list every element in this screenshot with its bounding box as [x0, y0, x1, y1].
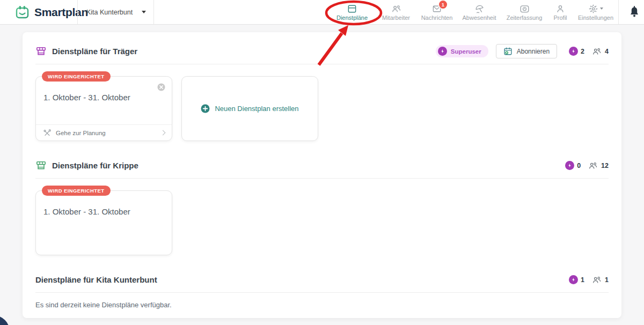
- nav-mitarbeiter[interactable]: Mitarbeiter: [376, 0, 416, 24]
- status-badge: WIRD EINGERICHTET: [42, 71, 111, 82]
- subscribe-button-label: Abonnieren: [517, 48, 550, 55]
- nav-nachrichten[interactable]: Nachrichten 1: [416, 0, 457, 24]
- people-group-icon: [591, 47, 602, 56]
- employee-count: 4: [591, 47, 609, 56]
- empty-state-text: Es sind derzeit keine Dienstpläne verfüg…: [35, 301, 609, 309]
- chat-widget-button[interactable]: [0, 315, 10, 325]
- storefront-icon: [35, 160, 47, 171]
- section-krippe-header: Dienstpläne für Krippe 0 12: [35, 160, 609, 171]
- employee-count-value: 1: [605, 276, 609, 284]
- time-tracking-icon: [519, 4, 530, 14]
- superuser-badge-label: Superuser: [451, 48, 481, 55]
- person-icon: [555, 4, 566, 14]
- notification-count-badge: 1: [439, 1, 447, 9]
- smartplan-calendar-icon: [15, 5, 30, 19]
- nav-profil[interactable]: Profil: [547, 0, 573, 24]
- nav-profil-label: Profil: [553, 15, 567, 21]
- status-badge: WIRD EINGERICHTET: [42, 186, 111, 196]
- dienstplan-card[interactable]: WIRD EINGERICHTET 1. Oktober - 31. Oktob…: [35, 190, 172, 255]
- people-group-icon: [391, 4, 402, 14]
- nav-einstellungen-label: Einstellungen: [578, 15, 613, 21]
- employee-count-value: 4: [605, 48, 609, 55]
- chevron-down-icon: [600, 8, 603, 10]
- employee-count-value: 12: [601, 162, 609, 169]
- nav-mitarbeiter-label: Mitarbeiter: [382, 15, 410, 21]
- plus-circle-icon: [201, 104, 210, 113]
- employee-count: 12: [588, 161, 609, 171]
- bell-icon: [628, 6, 640, 19]
- nav-abwesenheit[interactable]: Abwesenheit: [457, 0, 501, 24]
- admin-count-value: 2: [581, 48, 584, 55]
- schedule-board-icon: [347, 4, 357, 14]
- traeger-cards-row: WIRD EINGERICHTET 1. Oktober - 31. Oktob…: [35, 76, 609, 141]
- nav-zeiterfassung-label: Zeiterfassung: [507, 15, 543, 21]
- nav-zeiterfassung[interactable]: Zeiterfassung: [501, 0, 547, 24]
- tools-icon: [43, 129, 52, 137]
- admin-count: 1: [569, 275, 584, 284]
- admin-count-value: 1: [581, 276, 584, 284]
- section-title: Dienstpläne für Träger: [52, 47, 137, 56]
- chevron-right-icon: [160, 130, 166, 136]
- create-dienstplan-card[interactable]: Neuen Dienstplan erstellen: [181, 76, 318, 141]
- dienstplaene-panel: Dienstpläne für Träger Superuser: [23, 32, 621, 318]
- lightning-icon: [569, 47, 578, 56]
- krippe-cards-row: WIRD EINGERICHTET 1. Oktober - 31. Oktob…: [35, 190, 609, 255]
- superuser-badge: Superuser: [436, 45, 488, 57]
- create-dienstplan-label: Neuen Dienstplan erstellen: [215, 105, 298, 113]
- employee-count: 1: [591, 275, 609, 285]
- location-select[interactable]: Kita Kunterbunt: [77, 0, 154, 24]
- calendar-add-icon: [503, 47, 513, 56]
- storefront-icon: [35, 46, 47, 57]
- admin-count: 2: [569, 47, 584, 56]
- people-group-icon: [591, 275, 602, 285]
- dienstplan-card[interactable]: WIRD EINGERICHTET 1. Oktober - 31. Oktob…: [35, 76, 172, 141]
- admin-count-value: 0: [577, 162, 581, 169]
- lightning-icon: [569, 275, 578, 284]
- section-title: Dienstpläne für Krippe: [52, 161, 138, 170]
- go-to-planning[interactable]: Gehe zur Planung: [36, 124, 172, 141]
- nav-einstellungen[interactable]: Einstellungen: [573, 0, 618, 24]
- admin-count: 0: [565, 161, 581, 170]
- go-to-planning-label: Gehe zur Planung: [56, 130, 106, 136]
- chevron-down-icon: [142, 11, 146, 13]
- section-traeger-header: Dienstpläne für Träger Superuser: [35, 46, 609, 57]
- nav-abwesenheit-label: Abwesenheit: [463, 15, 496, 21]
- section-divider: [35, 178, 609, 179]
- topbar-divider: [618, 0, 619, 24]
- section-divider: [35, 64, 609, 64]
- location-select-value: Kita Kunterbunt: [86, 9, 133, 16]
- lightning-icon: [565, 161, 574, 170]
- notifications-button[interactable]: [624, 0, 644, 24]
- close-icon[interactable]: [157, 83, 165, 93]
- nav-dienstplaene-label: Dienstpläne: [336, 15, 368, 21]
- topbar: Smartplan Kita Kunterbunt Dienstpläne Mi…: [0, 0, 644, 25]
- subscribe-button[interactable]: Abonnieren: [496, 44, 557, 58]
- section-title: Dienstpläne für Kita Kunterbunt: [35, 275, 157, 284]
- section-divider: [35, 292, 609, 293]
- nav-dienstplaene[interactable]: Dienstpläne: [328, 0, 376, 24]
- gear-icon: [588, 4, 598, 14]
- lightning-icon: [438, 47, 447, 56]
- main-nav: Dienstpläne Mitarbeiter Nachrichten 1: [328, 0, 618, 24]
- beach-umbrella-icon: [474, 4, 485, 14]
- nav-nachrichten-label: Nachrichten: [421, 15, 453, 21]
- section-kita-header: Dienstpläne für Kita Kunterbunt 1 1: [35, 274, 609, 285]
- people-group-icon: [588, 161, 598, 171]
